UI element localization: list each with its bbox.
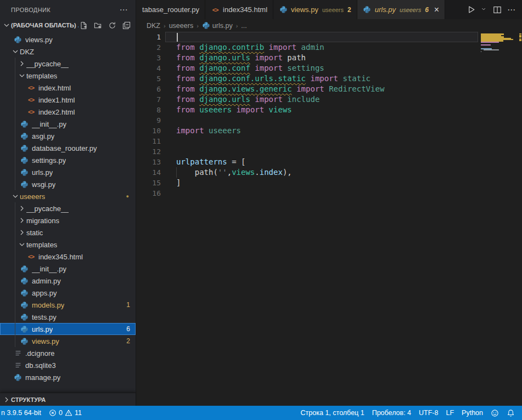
code-line-7[interactable]: 7from django.urls import include	[137, 94, 522, 105]
tree-file-settings.py[interactable]: settings.py	[0, 154, 136, 166]
generic-file-icon	[14, 349, 22, 357]
editor-area: tabase_roouter.py<>index345.html views.p…	[137, 0, 522, 406]
tree-folder-__pycache__[interactable]: __pycache__	[0, 58, 136, 70]
tree-file-urls.py[interactable]: urls.py	[0, 166, 136, 178]
refresh-icon	[108, 21, 116, 30]
tree-folder-templates[interactable]: templates	[0, 239, 136, 251]
tree-file-wsgi.py[interactable]: wsgi.py	[0, 178, 136, 190]
code-line-6[interactable]: 6from django.views.generic import Redire…	[137, 84, 522, 94]
minimap[interactable]	[479, 32, 518, 406]
python-file-icon	[20, 180, 29, 189]
tree-file-tests.py[interactable]: tests.py	[0, 311, 136, 323]
line-number: 9	[137, 115, 161, 126]
tree-file-__init__.py[interactable]: __init__.py	[0, 263, 136, 275]
html-file-icon: <>	[28, 84, 34, 91]
folder-chevron-icon	[18, 216, 26, 225]
status-problems[interactable]: 011	[45, 409, 86, 417]
tree-folder-useeers[interactable]: useeers●	[0, 190, 136, 202]
code-line-13[interactable]: 13urlpatterns = [	[137, 157, 522, 167]
breadcrumb-item-DKZ[interactable]: DKZ	[147, 22, 160, 30]
workspace-section-header[interactable]: (РАБОЧАЯ ОБЛАСТЬ) ...	[0, 19, 136, 31]
code-line-5[interactable]: 5from django.conf.urls.static import sta…	[137, 73, 522, 84]
status-cursor-position[interactable]: Строка 1, столбец 1	[297, 409, 368, 417]
code-line-14[interactable]: 14 path('',views.index),	[137, 167, 522, 178]
code-line-15[interactable]: 15]	[137, 178, 522, 188]
new-file-button[interactable]	[78, 20, 88, 30]
refresh-button[interactable]	[107, 20, 117, 30]
tree-file-index2.html[interactable]: <>index2.html	[0, 106, 136, 118]
tree-file-views.py[interactable]: views.py2	[0, 335, 136, 347]
explorer-more-icon[interactable]: ⋯	[117, 5, 130, 15]
tree-item-label: asgi.py	[32, 132, 54, 140]
tree-file-apps.py[interactable]: apps.py	[0, 287, 136, 299]
tree-item-label: models.py	[32, 301, 64, 309]
more-button[interactable]: ⋯	[506, 4, 518, 16]
code-line-1[interactable]: 1	[137, 32, 522, 42]
tree-folder-migrations[interactable]: migrations	[0, 214, 136, 226]
status-bar: n 3.9.5 64-bit011 Строка 1, столбец 1Про…	[0, 406, 522, 420]
tree-folder-__pycache__[interactable]: __pycache__	[0, 202, 136, 214]
tree-file-index.html[interactable]: <>index.html	[0, 82, 136, 94]
tree-file-models.py[interactable]: models.py1	[0, 299, 136, 311]
tab-tabase_roouter.py[interactable]: tabase_roouter.py	[137, 0, 205, 19]
tree-folder-static[interactable]: static	[0, 226, 136, 239]
code-line-8[interactable]: 8from useeers import views	[137, 105, 522, 115]
tree-file-__init__.py[interactable]: __init__.py	[0, 118, 136, 130]
breadcrumb-item-useeers[interactable]: useeers	[169, 22, 193, 30]
tree-file-index345.html[interactable]: <>index345.html	[0, 251, 136, 263]
status-text: Пробелов: 4	[372, 409, 411, 417]
python-file-icon	[279, 5, 288, 14]
tree-file-db.sqlite3[interactable]: db.sqlite3	[0, 359, 136, 371]
split-editor-button[interactable]	[491, 4, 503, 15]
new-folder-button[interactable]	[93, 20, 103, 30]
status-eol[interactable]: LF	[442, 409, 458, 417]
python-file-icon	[20, 132, 29, 140]
tree-file-asgi.py[interactable]: asgi.py	[0, 130, 136, 142]
line-content: from useeers import views	[165, 105, 478, 115]
tab-urls.py[interactable]: urls.pyuseeers6×	[357, 0, 445, 19]
tree-file-.dcignore[interactable]: .dcignore	[0, 347, 136, 359]
tree-item-label: admin.py	[32, 277, 61, 285]
status-feedback[interactable]	[487, 409, 503, 417]
explorer-title: ПРОВОДНИК	[11, 7, 50, 13]
tree-file-admin.py[interactable]: admin.py	[0, 275, 136, 287]
collapse-all-button[interactable]	[121, 20, 131, 30]
code-line-16[interactable]: 16	[137, 188, 522, 198]
folder-chevron-icon	[18, 240, 26, 249]
tree-file-manage.py[interactable]: manage.py	[0, 371, 136, 383]
run-dropdown-button[interactable]	[480, 5, 489, 14]
text-cursor	[177, 33, 178, 42]
tree-folder-DKZ[interactable]: DKZ	[0, 46, 136, 58]
tree-folder-templates[interactable]: templates	[0, 70, 136, 82]
run-button[interactable]	[465, 4, 478, 15]
tab-problems-badge: 2	[347, 6, 351, 14]
git-modified-dot: ●	[126, 194, 129, 199]
tree-file-urls.py[interactable]: urls.py6	[0, 323, 136, 335]
code-line-3[interactable]: 3from django.urls import path	[137, 53, 522, 63]
status-indentation[interactable]: Пробелов: 4	[368, 409, 415, 417]
folder-chevron-icon	[18, 204, 26, 213]
code-line-2[interactable]: 2from django.contrib import admin	[137, 42, 522, 53]
new-file-icon	[80, 21, 88, 30]
code-line-9[interactable]: 9	[137, 115, 522, 126]
tab-index345.html[interactable]: <>index345.html	[205, 0, 273, 19]
status-language-mode[interactable]: Python	[458, 409, 487, 417]
tree-file-views.py[interactable]: views.py	[0, 33, 136, 46]
code-line-10[interactable]: 10import useeers	[137, 126, 522, 136]
tab-views.py[interactable]: views.pyuseeers2	[273, 0, 357, 19]
close-tab-icon[interactable]: ×	[434, 6, 439, 14]
status-python-version[interactable]: n 3.9.5 64-bit	[0, 409, 45, 417]
status-encoding[interactable]: UTF-8	[415, 409, 442, 417]
tree-file-index1.html[interactable]: <>index1.html	[0, 94, 136, 106]
code-editor[interactable]: 12from django.contrib import admin3from …	[137, 32, 522, 406]
code-line-12[interactable]: 12	[137, 146, 522, 157]
breadcrumb-item-...[interactable]: ...	[241, 22, 246, 30]
outline-section-header[interactable]: СТРУКТУРА	[0, 393, 136, 406]
code-line-11[interactable]: 11	[137, 136, 522, 146]
tree-file-database_roouter.py[interactable]: database_roouter.py	[0, 142, 136, 154]
line-number: 13	[137, 157, 161, 167]
tree-item-label: views.py	[25, 36, 53, 44]
status-notifications[interactable]	[503, 409, 519, 417]
breadcrumb-item-urls.py[interactable]: urls.py	[202, 21, 233, 30]
code-line-4[interactable]: 4from django.conf import settings	[137, 63, 522, 73]
